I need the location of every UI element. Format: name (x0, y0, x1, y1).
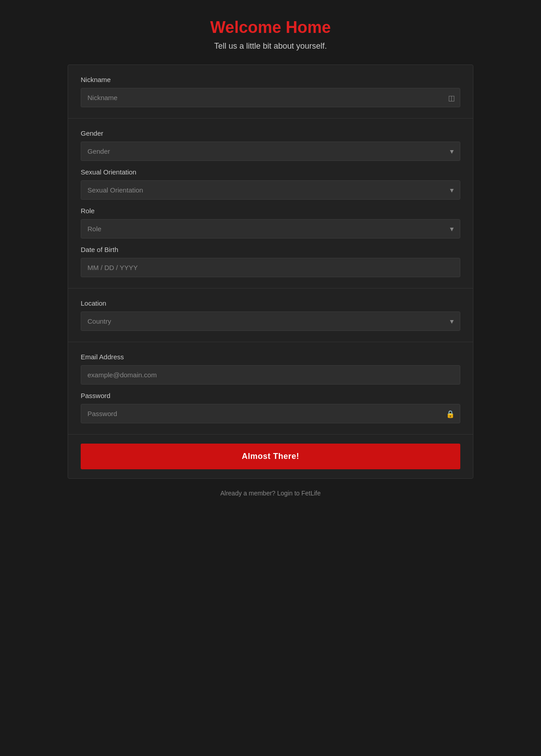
dob-input[interactable] (81, 258, 460, 277)
credentials-section: Email Address Password 🔒 (68, 342, 473, 435)
country-select-wrapper: Country United States United Kingdom Can… (81, 312, 460, 331)
gender-select-wrapper: Gender Male Female Non-binary Other ▼ (81, 142, 460, 161)
dob-label: Date of Birth (81, 246, 460, 253)
sexual-orientation-select[interactable]: Sexual Orientation Straight Gay Bisexual… (81, 180, 460, 200)
nickname-section: Nickname ◫ (68, 65, 473, 119)
email-input[interactable] (81, 365, 460, 385)
form-card: Nickname ◫ Gender Gender Male Female Non… (68, 64, 473, 479)
submit-button[interactable]: Almost There! (81, 444, 460, 469)
country-select[interactable]: Country United States United Kingdom Can… (81, 312, 460, 331)
password-field: Password 🔒 (81, 392, 460, 423)
login-link[interactable]: Already a member? Login to FetLife (220, 490, 321, 497)
nickname-label: Nickname (81, 76, 460, 83)
password-input-wrapper: 🔒 (81, 404, 460, 423)
login-link-text: Already a member? Login to FetLife (220, 490, 321, 497)
role-select-wrapper: Role Dominant Submissive Switch Other ▼ (81, 219, 460, 238)
sexual-orientation-select-wrapper: Sexual Orientation Straight Gay Bisexual… (81, 180, 460, 200)
page-wrapper: Welcome Home Tell us a little bit about … (68, 18, 473, 497)
gender-label: Gender (81, 129, 460, 137)
dob-field: Date of Birth (81, 246, 460, 277)
email-field: Email Address (81, 353, 460, 385)
sexual-orientation-label: Sexual Orientation (81, 168, 460, 176)
gender-field: Gender Gender Male Female Non-binary Oth… (81, 129, 460, 161)
location-label: Location (81, 299, 460, 307)
identity-section: Gender Gender Male Female Non-binary Oth… (68, 119, 473, 289)
sexual-orientation-field: Sexual Orientation Sexual Orientation St… (81, 168, 460, 200)
submit-section: Almost There! (68, 435, 473, 478)
page-subtitle: Tell us a little bit about yourself. (214, 41, 327, 51)
role-field: Role Role Dominant Submissive Switch Oth… (81, 207, 460, 238)
identity-fields-group: Gender Gender Male Female Non-binary Oth… (81, 129, 460, 277)
gender-select[interactable]: Gender Male Female Non-binary Other (81, 142, 460, 161)
password-label: Password (81, 392, 460, 399)
credentials-fields-group: Email Address Password 🔒 (81, 353, 460, 423)
nickname-input[interactable] (81, 88, 460, 107)
password-input[interactable] (81, 404, 460, 423)
page-title: Welcome Home (210, 18, 330, 37)
role-label: Role (81, 207, 460, 215)
location-section: Location Country United States United Ki… (68, 289, 473, 342)
email-label: Email Address (81, 353, 460, 361)
role-select[interactable]: Role Dominant Submissive Switch Other (81, 219, 460, 238)
nickname-input-wrapper: ◫ (81, 88, 460, 107)
